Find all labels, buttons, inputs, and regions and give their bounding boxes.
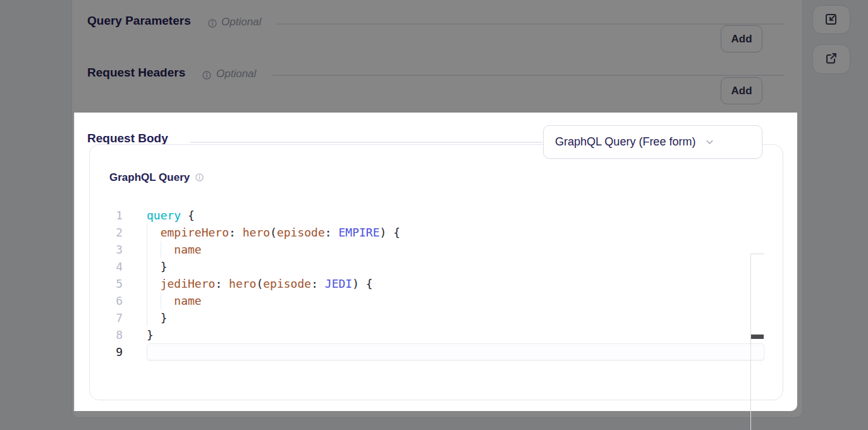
line-number: 3: [90, 241, 123, 258]
code-token: :: [325, 226, 339, 239]
line-number: 6: [90, 292, 123, 309]
code-token: name: [174, 294, 201, 307]
chevron-down-icon: [704, 137, 715, 147]
code-line[interactable]: 4}: [90, 258, 783, 275]
line-number: 1: [90, 207, 123, 224]
code-token: hero: [229, 277, 256, 290]
code-token: jediHero: [161, 277, 216, 290]
code-line-content: }: [147, 258, 168, 275]
code-line-content: name: [147, 241, 202, 258]
line-number: 4: [90, 258, 123, 275]
code-line-content: [147, 343, 764, 360]
indent-guide: [147, 258, 161, 275]
code-token: name: [174, 243, 201, 256]
code-line[interactable]: 7}: [90, 309, 783, 326]
code-line[interactable]: 6name: [90, 292, 783, 309]
graphql-query-label: GraphQL Query: [109, 171, 190, 184]
code-line[interactable]: 5jediHero: hero(episode: JEDI) {: [90, 275, 783, 292]
page: { "sections": { "query_parameters": { "t…: [0, 0, 868, 430]
code-token: :: [229, 226, 243, 239]
body-type-select[interactable]: GraphQL Query (Free form): [543, 125, 762, 159]
code-token: :: [215, 277, 229, 290]
code-token: [181, 209, 188, 222]
code-line-content: }: [147, 326, 154, 343]
graphql-query-editor[interactable]: 1query {2empireHero: hero(episode: EMPIR…: [90, 207, 783, 400]
code-token: }: [161, 311, 168, 324]
info-icon[interactable]: [195, 173, 205, 183]
code-line[interactable]: 3name: [90, 241, 783, 258]
code-token: ) {: [380, 226, 401, 239]
code-token: empireHero: [161, 226, 229, 239]
indent-guide: [147, 292, 174, 309]
code-token: JEDI: [325, 277, 352, 290]
line-number: 5: [90, 275, 123, 292]
body-type-select-value: GraphQL Query (Free form): [555, 135, 695, 149]
line-number: 2: [90, 224, 123, 241]
request-body-section: Request Body GraphQL Query 1query {2empi…: [74, 113, 797, 411]
code-line-content: jediHero: hero(episode: JEDI) {: [147, 275, 373, 292]
code-line-content: name: [147, 292, 202, 309]
code-line-content: }: [147, 309, 168, 326]
code-token: episode: [263, 277, 311, 290]
graphql-query-label-row: GraphQL Query: [109, 171, 205, 184]
code-token: }: [161, 260, 168, 273]
indent-guide: [147, 275, 161, 292]
code-token: ) {: [352, 277, 373, 290]
code-line-active[interactable]: 9: [90, 343, 783, 360]
code-token: :: [311, 277, 325, 290]
code-token: }: [147, 328, 154, 341]
code-token: hero: [243, 226, 270, 239]
code-token: {: [188, 209, 195, 222]
editor-divider: [750, 254, 751, 430]
code-token: query: [147, 209, 181, 222]
line-number: 9: [90, 343, 123, 360]
code-token: (: [256, 277, 263, 290]
code-line[interactable]: 2empireHero: hero(episode: EMPIRE) {: [90, 224, 783, 241]
request-body-title: Request Body: [87, 132, 168, 145]
code-line[interactable]: 1query {: [90, 207, 783, 224]
divider: [190, 142, 542, 143]
indent-guide: [147, 241, 174, 258]
code-token: (: [270, 226, 277, 239]
code-token: EMPIRE: [338, 226, 379, 239]
code-line[interactable]: 8}: [90, 326, 783, 343]
indent-guide: [147, 309, 161, 326]
editor-divider-stub: [750, 254, 764, 254]
indent-guide: [147, 224, 161, 241]
code-line-content: query {: [147, 207, 195, 224]
code-line-content: empireHero: hero(episode: EMPIRE) {: [147, 224, 400, 241]
code-token: episode: [277, 226, 325, 239]
line-number: 7: [90, 309, 123, 326]
code-lines: 1query {2empireHero: hero(episode: EMPIR…: [90, 207, 783, 360]
graphql-query-panel: GraphQL Query 1query {2empireHero: hero(…: [89, 144, 783, 400]
scrollbar-thumb[interactable]: [751, 335, 764, 339]
line-number: 8: [90, 326, 123, 343]
